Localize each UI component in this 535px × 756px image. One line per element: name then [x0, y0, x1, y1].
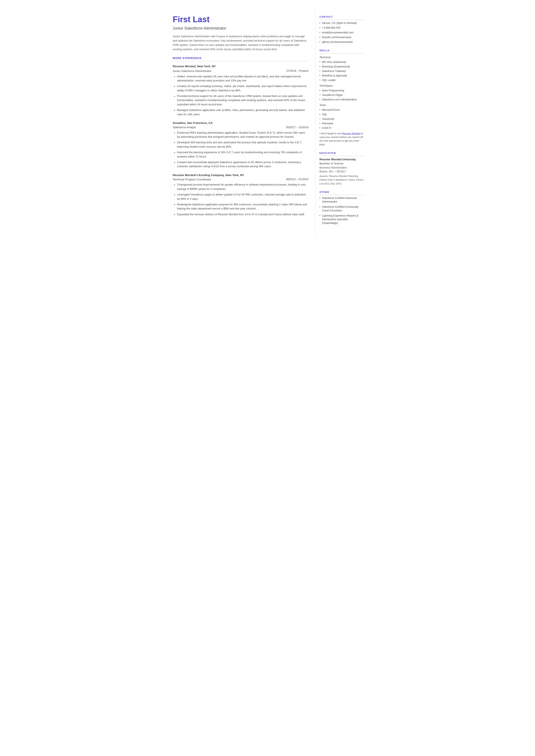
- job-bullets-3: Championed process improvements for grea…: [173, 183, 309, 216]
- job-title-2: Salesforce Analyst: [173, 125, 196, 129]
- other-list: Salesforce Certified Advanced Administra…: [320, 196, 365, 225]
- resume-worded-link[interactable]: Resume Worded: [342, 132, 360, 135]
- resume-page: First Last Junior Salesforce Administrat…: [164, 0, 371, 245]
- bullet-2-2: Developed 500 learning tests and also au…: [177, 141, 309, 149]
- skill-tech-1: Visualforce Pages: [320, 93, 365, 97]
- bullet-1-1: Added, removed and updated 2K user roles…: [177, 74, 309, 83]
- job-title-dates-3: Technical Program Coordinator 08/2012 – …: [173, 177, 309, 182]
- skill-tech-4: SQL Loader: [320, 78, 365, 82]
- skills-label: SKILLS: [320, 49, 365, 53]
- edu-org: Resume Worded University: [320, 157, 365, 162]
- bullet-3-3: Redesigned Salesforce application purpos…: [177, 203, 309, 211]
- skills-note: • Don't forget to use Resume Worded to s…: [320, 132, 365, 147]
- job-block-1: Resume Worded, New York, NY Junior Sales…: [173, 64, 309, 117]
- techniques-skills-list: Apex Programming Visualforce Pages Sales…: [320, 89, 365, 101]
- contact-item-2: email@resumeworded.com: [320, 31, 365, 35]
- job-bullets-1: Added, removed and updated 2K user roles…: [173, 74, 309, 117]
- skill-tech-2: Salesforce Trailhead: [320, 69, 365, 73]
- bullet-3-1: Championed process improvements for grea…: [177, 183, 309, 191]
- company-1: Resume Worded, New York, NY: [173, 64, 309, 69]
- other-item-2: Lightning Experience Reports & Dashboard…: [320, 214, 365, 225]
- work-experience-section: WORK EXPERIENCE Resume Worded, New York,…: [173, 56, 309, 216]
- job-dates-1: 07/2019 – Present: [286, 69, 308, 73]
- bullet-2-3: Improved the learning experience of 10K …: [177, 151, 309, 159]
- technical-label: Technical:: [320, 55, 365, 59]
- company-2: Growthsi, San Francisco, CA: [173, 121, 309, 125]
- other-section: OTHER Salesforce Certified Advanced Admi…: [320, 190, 365, 225]
- skills-section: SKILLS Technical: MS Visio (Advanced) Bo…: [320, 49, 365, 146]
- company-3: Resume Worded's Exciting Company, New Yo…: [173, 173, 309, 177]
- bullet-2-4: Created and successfully deployed Salesf…: [177, 160, 309, 169]
- work-experience-label: WORK EXPERIENCE: [173, 56, 309, 61]
- skill-tool-0: Microsoft Excel: [320, 108, 365, 112]
- job-dates-2: 05/2017 – 10/2019: [286, 126, 308, 129]
- bullet-1-3: Provided technical support for 4K users …: [177, 94, 309, 107]
- right-column: CONTACT Denver, CO (Open to Remote) +1-9…: [315, 9, 371, 237]
- skill-tool-2: JavaScript: [320, 117, 365, 121]
- job-block-2: Growthsi, San Francisco, CA Salesforce A…: [173, 121, 309, 169]
- bullet-3-4: Expanded the services division of Resume…: [177, 212, 309, 216]
- contact-label: CONTACT: [320, 15, 365, 20]
- techniques-label: Techniques:: [320, 84, 365, 88]
- tools-skills-list: Microsoft Excel SQL JavaScript Filemaker…: [320, 108, 365, 130]
- job-bullets-2: Enhanced RW's learning administration ap…: [173, 131, 309, 169]
- skill-tech-3: Workflow & Approvals: [320, 74, 365, 78]
- job-title-dates-2: Salesforce Analyst 05/2017 – 10/2019: [173, 125, 309, 129]
- contact-item-4: github.com/resumeworded: [320, 40, 365, 44]
- skill-tech-0: Apex Programming: [320, 89, 365, 93]
- edu-field: Business Administration: [320, 166, 365, 170]
- summary-text: Junior Salesforce Administrator with 9 y…: [173, 34, 309, 51]
- education-label: EDUCATION: [320, 151, 365, 156]
- edu-awards: Awards: Resume Worded Teaching Fellow (o…: [320, 174, 365, 185]
- name: First Last: [173, 15, 309, 24]
- other-item-1: Salesforce Certified Community Cloud Con…: [320, 205, 365, 213]
- contact-list: Denver, CO (Open to Remote) +1-908-564-5…: [320, 21, 365, 44]
- job-title-3: Technical Program Coordinator: [173, 177, 211, 182]
- edu-degree: Bachelor of Science: [320, 162, 365, 166]
- edu-location: Boston, MA — 05/2017: [320, 170, 365, 174]
- skill-tool-4: VUI/CTI: [320, 126, 365, 130]
- job-title-dates-1: Junior Salesforce Administrator 07/2019 …: [173, 69, 309, 73]
- contact-section: CONTACT Denver, CO (Open to Remote) +1-9…: [320, 15, 365, 44]
- other-label: OTHER: [320, 190, 365, 195]
- other-item-0: Salesforce Certified Advanced Administra…: [320, 196, 365, 204]
- technical-skills-list: MS Visio (Advanced) Bootstrap (Experienc…: [320, 60, 365, 82]
- contact-item-1: +1-908-564-555: [320, 26, 365, 30]
- job-title-1: Junior Salesforce Administrator: [173, 69, 211, 73]
- education-section: EDUCATION Resume Worded University Bache…: [320, 151, 365, 185]
- bullet-2-1: Enhanced RW's learning administration ap…: [177, 131, 309, 139]
- left-column: First Last Junior Salesforce Administrat…: [164, 9, 315, 237]
- bullet-1-2: Created 10 reports including summary, ma…: [177, 84, 309, 93]
- skill-tool-3: Filemaker: [320, 122, 365, 126]
- tools-label: Tools:: [320, 103, 365, 107]
- job-dates-3: 08/2012 – 01/2015: [286, 177, 308, 182]
- contact-item-0: Denver, CO (Open to Remote): [320, 21, 365, 25]
- job-block-3: Resume Worded's Exciting Company, New Yo…: [173, 173, 309, 216]
- skill-tech-0: MS Visio (Advanced): [320, 60, 365, 64]
- job-header-1: Resume Worded, New York, NY: [173, 64, 309, 69]
- skill-tech-1: Bootstrap (Experienced): [320, 65, 365, 69]
- contact-item-3: linkedin.com/in/username: [320, 35, 365, 39]
- skill-tech-2: Salesforce.com Administration: [320, 98, 365, 101]
- job-title-header: Junior Salesforce Administrator: [173, 25, 309, 31]
- bullet-3-2: Leveraged Visualforce pages to deliver g…: [177, 193, 309, 201]
- skill-tool-1: SQL: [320, 113, 365, 116]
- bullet-1-4: Managed Salesforce application user prof…: [177, 108, 309, 117]
